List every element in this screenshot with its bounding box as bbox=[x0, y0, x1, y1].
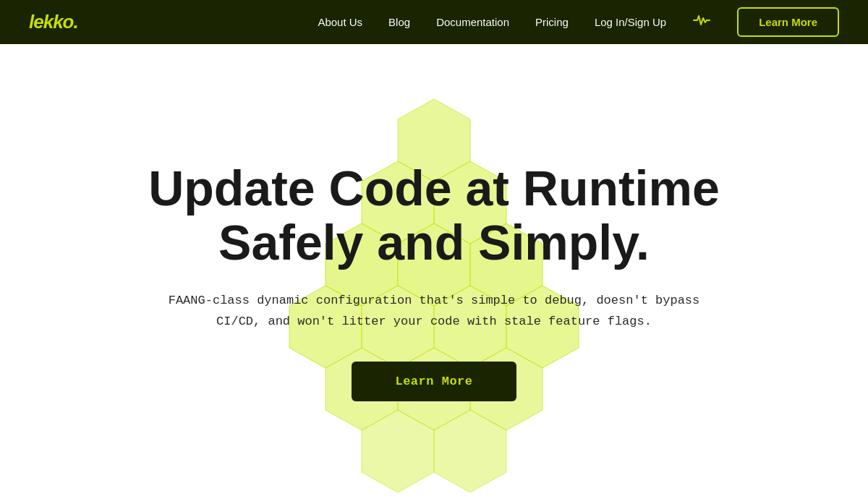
activity-icon bbox=[692, 11, 711, 33]
nav-blog[interactable]: Blog bbox=[388, 16, 410, 28]
hero-content: Update Code at RuntimeSafely and Simply.… bbox=[148, 161, 720, 401]
hero-subtitle: FAANG-class dynamic configuration that's… bbox=[152, 291, 716, 333]
nav-documentation[interactable]: Documentation bbox=[436, 16, 509, 28]
hero-learn-more-button[interactable]: Learn More bbox=[352, 362, 516, 401]
hero-title: Update Code at RuntimeSafely and Simply. bbox=[148, 161, 720, 270]
nav-about-us[interactable]: About Us bbox=[318, 16, 362, 28]
nav-learn-more-button[interactable]: Learn More bbox=[737, 7, 839, 37]
navbar: lekko. About Us Blog Documentation Prici… bbox=[0, 0, 868, 44]
nav-links: About Us Blog Documentation Pricing Log … bbox=[318, 7, 839, 37]
logo[interactable]: lekko. bbox=[29, 11, 78, 33]
nav-login[interactable]: Log In/Sign Up bbox=[595, 16, 666, 28]
nav-pricing[interactable]: Pricing bbox=[535, 16, 569, 28]
hero-section: Update Code at RuntimeSafely and Simply.… bbox=[0, 44, 868, 504]
